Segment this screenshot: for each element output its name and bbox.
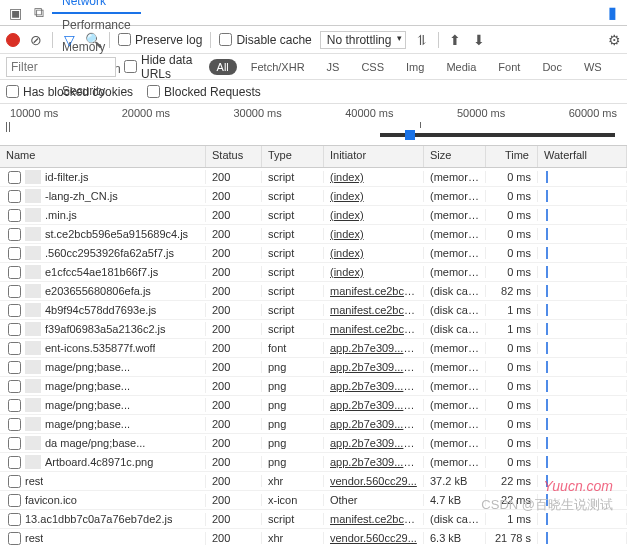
disable-cache-checkbox[interactable]: Disable cache: [219, 33, 311, 47]
table-row[interactable]: .min.js200script(index)(memory...0 ms: [0, 206, 627, 225]
type-filter-fetchxhr[interactable]: Fetch/XHR: [243, 59, 313, 75]
timeline-tick: 30000 ms: [233, 107, 281, 119]
row-checkbox[interactable]: [8, 437, 21, 450]
cell-initiator[interactable]: (index): [324, 171, 424, 183]
table-row[interactable]: id-filter.js200script(index)(memory...0 …: [0, 168, 627, 187]
filter-icon[interactable]: ▽: [61, 32, 77, 48]
export-icon[interactable]: ⬇: [471, 32, 487, 48]
blocked-cookies-checkbox[interactable]: Has blocked cookies: [6, 85, 133, 99]
table-row[interactable]: rest200xhrvendor.560cc29...6.3 kB21 78 s: [0, 529, 627, 546]
row-checkbox[interactable]: [8, 247, 21, 260]
settings-icon[interactable]: ⚙: [608, 32, 621, 48]
cell-initiator[interactable]: app.2b7e309....css: [324, 361, 424, 373]
cell-initiator[interactable]: app.2b7e309....css: [324, 342, 424, 354]
cell-initiator[interactable]: app.2b7e309....css: [324, 437, 424, 449]
cell-initiator[interactable]: (index): [324, 247, 424, 259]
row-checkbox[interactable]: [8, 399, 21, 412]
record-button[interactable]: [6, 33, 20, 47]
row-checkbox[interactable]: [8, 209, 21, 222]
cell-initiator[interactable]: (index): [324, 190, 424, 202]
cell-initiator[interactable]: vendor.560cc29...: [324, 475, 424, 487]
header-status[interactable]: Status: [206, 146, 262, 167]
throttling-select[interactable]: No throttling: [320, 31, 407, 49]
type-filter-all[interactable]: All: [209, 59, 237, 75]
table-row[interactable]: mage/png;base...200pngapp.2b7e309....css…: [0, 396, 627, 415]
type-filter-font[interactable]: Font: [490, 59, 528, 75]
header-initiator[interactable]: Initiator: [324, 146, 424, 167]
type-filter-doc[interactable]: Doc: [534, 59, 570, 75]
cell-initiator[interactable]: (index): [324, 209, 424, 221]
row-checkbox[interactable]: [8, 190, 21, 203]
row-checkbox[interactable]: [8, 380, 21, 393]
filter-input[interactable]: [6, 57, 116, 77]
wifi-icon[interactable]: ⥮: [414, 32, 430, 48]
cell-initiator[interactable]: manifest.ce2bcb5...: [324, 513, 424, 525]
search-icon[interactable]: 🔍: [85, 32, 101, 48]
type-filter-js[interactable]: JS: [319, 59, 348, 75]
row-checkbox[interactable]: [8, 361, 21, 374]
table-row[interactable]: ent-icons.535877f.woff200fontapp.2b7e309…: [0, 339, 627, 358]
header-size[interactable]: Size: [424, 146, 486, 167]
timeline-overview[interactable]: 10000 ms20000 ms30000 ms40000 ms50000 ms…: [0, 104, 627, 146]
row-checkbox[interactable]: [8, 342, 21, 355]
table-row[interactable]: 13.ac1dbb7c0a7a76eb7de2.js200scriptmanif…: [0, 510, 627, 529]
row-checkbox[interactable]: [8, 475, 21, 488]
row-checkbox[interactable]: [8, 228, 21, 241]
cell-initiator[interactable]: manifest.ce2bcb5...: [324, 323, 424, 335]
row-checkbox[interactable]: [8, 171, 21, 184]
row-checkbox[interactable]: [8, 532, 21, 545]
clear-icon[interactable]: ⊘: [28, 32, 44, 48]
timeline-thumb[interactable]: [405, 130, 415, 140]
table-row[interactable]: mage/png;base...200pngapp.2b7e309....css…: [0, 358, 627, 377]
type-filter-media[interactable]: Media: [438, 59, 484, 75]
header-time[interactable]: Time: [486, 146, 538, 167]
header-name[interactable]: Name: [0, 146, 206, 167]
table-row[interactable]: mage/png;base...200pngapp.2b7e309....css…: [0, 415, 627, 434]
type-filter-wasm[interactable]: Wasm: [616, 59, 621, 75]
table-row[interactable]: mage/png;base...200pngapp.2b7e309....css…: [0, 377, 627, 396]
cell-initiator[interactable]: app.2b7e309....css: [324, 399, 424, 411]
table-row[interactable]: .560cc2953926fa62a5f7.js200script(index)…: [0, 244, 627, 263]
table-row[interactable]: -lang-zh_CN.js200script(index)(memory...…: [0, 187, 627, 206]
cell-initiator[interactable]: (index): [324, 266, 424, 278]
device-icon[interactable]: ⧉: [28, 4, 50, 21]
header-waterfall[interactable]: Waterfall: [538, 146, 627, 167]
row-checkbox[interactable]: [8, 304, 21, 317]
cell-initiator[interactable]: (index): [324, 228, 424, 240]
table-row[interactable]: Artboard.4c8971c.png200pngapp.2b7e309...…: [0, 453, 627, 472]
table-row[interactable]: da mage/png;base...200pngapp.2b7e309....…: [0, 434, 627, 453]
header-type[interactable]: Type: [262, 146, 324, 167]
cell-size: (disk cac...: [424, 304, 486, 316]
feedback-icon[interactable]: ▮: [602, 3, 623, 22]
cell-initiator[interactable]: app.2b7e309....css: [324, 380, 424, 392]
inspect-icon[interactable]: ▣: [4, 5, 26, 21]
tab-network[interactable]: Network: [52, 0, 141, 14]
timeline-range[interactable]: [380, 133, 615, 137]
row-checkbox[interactable]: [8, 418, 21, 431]
row-checkbox[interactable]: [8, 494, 21, 507]
table-row[interactable]: f39af06983a5a2136c2.js200scriptmanifest.…: [0, 320, 627, 339]
blocked-requests-checkbox[interactable]: Blocked Requests: [147, 85, 261, 99]
table-row[interactable]: 4b9f94c578dd7693e.js200scriptmanifest.ce…: [0, 301, 627, 320]
cell-initiator[interactable]: manifest.ce2bcb5...: [324, 285, 424, 297]
table-row[interactable]: st.ce2bcb596e5a915689c4.js200script(inde…: [0, 225, 627, 244]
cell-initiator[interactable]: manifest.ce2bcb5...: [324, 304, 424, 316]
table-row[interactable]: favicon.ico200x-iconOther4.7 kB22 ms: [0, 491, 627, 510]
preserve-log-checkbox[interactable]: Preserve log: [118, 33, 202, 47]
row-checkbox[interactable]: [8, 323, 21, 336]
row-checkbox[interactable]: [8, 513, 21, 526]
cell-initiator[interactable]: app.2b7e309....css: [324, 456, 424, 468]
type-filter-ws[interactable]: WS: [576, 59, 610, 75]
cell-initiator[interactable]: app.2b7e309....css: [324, 418, 424, 430]
import-icon[interactable]: ⬆: [447, 32, 463, 48]
table-row[interactable]: e203655680806efa.js200scriptmanifest.ce2…: [0, 282, 627, 301]
cell-initiator[interactable]: vendor.560cc29...: [324, 532, 424, 544]
table-row[interactable]: e1cfcc54ae181b66f7.js200script(index)(me…: [0, 263, 627, 282]
row-checkbox[interactable]: [8, 266, 21, 279]
type-filter-img[interactable]: Img: [398, 59, 432, 75]
table-row[interactable]: rest200xhrvendor.560cc29...37.2 kB22 ms: [0, 472, 627, 491]
type-filter-css[interactable]: CSS: [353, 59, 392, 75]
hide-data-urls-checkbox[interactable]: Hide data URLs: [124, 53, 201, 81]
row-checkbox[interactable]: [8, 456, 21, 469]
row-checkbox[interactable]: [8, 285, 21, 298]
